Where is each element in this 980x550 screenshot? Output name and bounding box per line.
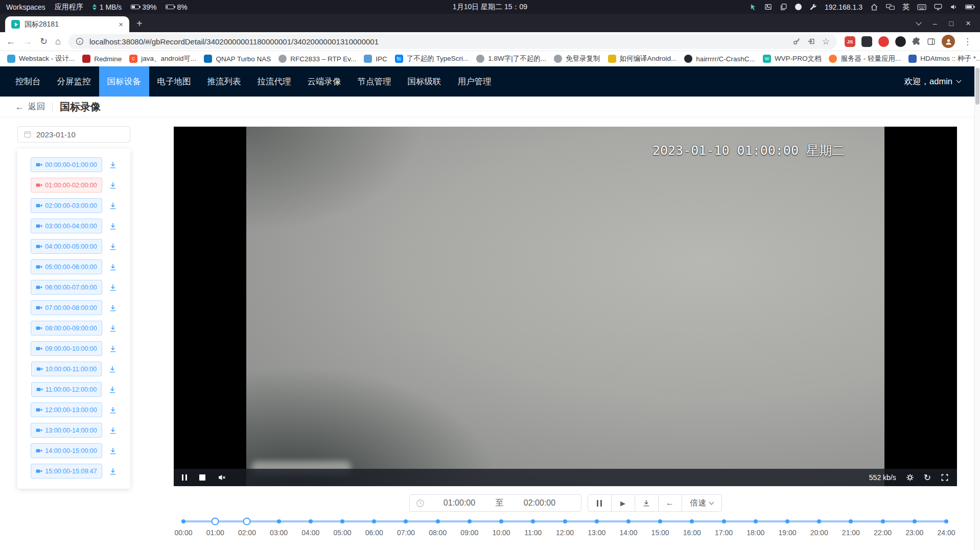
download-icon[interactable] (109, 181, 117, 189)
segment-button[interactable]: 03:00:00-04:00:00 (31, 219, 102, 233)
bookmark-item[interactable]: W WVP-PRO文档 (763, 54, 822, 63)
download-icon[interactable] (109, 161, 117, 169)
date-picker-input[interactable]: 2023-01-10 (17, 126, 130, 142)
bookmark-star-icon[interactable]: ☆ (822, 37, 830, 46)
user-menu[interactable]: 欢迎，admin (904, 76, 961, 87)
nav-menu-item[interactable]: 电子地图 (149, 66, 199, 97)
settings-gear-icon[interactable] (906, 473, 914, 482)
extension-js-icon[interactable]: JS (845, 36, 855, 47)
timeline-handle[interactable] (212, 518, 219, 525)
share-icon[interactable] (807, 37, 815, 45)
bookmark-item[interactable]: 知 了不起的 TypeScri... (395, 54, 469, 63)
timeline-handle[interactable] (243, 518, 251, 525)
applications-button[interactable]: 应用程序 (55, 3, 83, 12)
download-icon[interactable] (109, 406, 117, 414)
home-button[interactable]: ⌂ (55, 37, 61, 46)
download-icon[interactable] (108, 386, 116, 394)
browser-tab[interactable]: 国标28181 × (5, 16, 129, 32)
display-mirror-icon[interactable] (886, 4, 895, 10)
timeline-track[interactable] (183, 520, 946, 522)
bookmark-item[interactable]: 免登录复制 (554, 54, 600, 63)
key-icon[interactable] (792, 37, 801, 45)
keyboard-icon[interactable] (917, 4, 926, 10)
bookmark-item[interactable]: RFC2833 – RTP Ev... (278, 55, 356, 63)
play-button[interactable]: ▶ (611, 494, 635, 512)
time-range-picker[interactable]: 01:00:00 至 02:00:00 (409, 494, 581, 512)
tray-cursor-icon[interactable] (750, 4, 757, 11)
reload-button[interactable]: ↻ (40, 37, 48, 46)
nav-menu-item[interactable]: 国标设备 (99, 66, 149, 97)
nav-menu-item[interactable]: 用户管理 (450, 66, 500, 97)
bookmark-item[interactable]: C java、android可... (129, 54, 196, 63)
tray-wrench-icon[interactable] (809, 3, 817, 11)
extension-darkreader-icon[interactable] (895, 36, 906, 47)
bookmark-item[interactable]: HDAtmos :: 种子 *... (908, 54, 980, 63)
extension-tampermonkey-icon[interactable] (861, 36, 872, 47)
profile-avatar[interactable] (942, 35, 955, 48)
segment-button[interactable]: 10:00:00-11:00:00 (31, 362, 102, 376)
scrollbar-thumb[interactable] (975, 68, 979, 105)
tray-status-dot-icon[interactable] (795, 4, 802, 10)
download-icon[interactable] (109, 202, 117, 210)
range-end-input[interactable]: 02:00:00 (505, 498, 575, 508)
nav-menu-item[interactable]: 国标级联 (400, 66, 450, 97)
nav-menu-item[interactable]: 节点管理 (349, 66, 400, 97)
tray-clipboard-icon[interactable] (780, 3, 787, 11)
fullscreen-icon[interactable] (941, 473, 949, 482)
site-info-icon[interactable] (76, 37, 84, 45)
download-icon[interactable] (109, 222, 117, 230)
nav-menu-item[interactable]: 控制台 (7, 66, 49, 97)
volume-icon[interactable] (950, 3, 958, 11)
download-icon[interactable] (108, 365, 116, 373)
pause-button[interactable] (588, 494, 612, 512)
clock[interactable]: 1月10日 星期二 15：09 (453, 3, 527, 12)
download-button[interactable] (635, 494, 659, 512)
segment-button[interactable]: 07:00:00-08:00:00 (31, 300, 102, 315)
segment-button[interactable]: 13:00:00-14:00:00 (31, 423, 102, 438)
segment-button[interactable]: 11:00:00-12:00:00 (31, 382, 102, 397)
nav-menu-item[interactable]: 分屏监控 (49, 66, 99, 97)
speed-dropdown[interactable]: 倍速 (682, 494, 722, 512)
download-icon[interactable] (109, 345, 117, 353)
previous-button[interactable]: ← (658, 494, 682, 512)
tab-close-icon[interactable]: × (116, 20, 125, 29)
segment-button[interactable]: 14:00:00-15:00:00 (31, 443, 102, 458)
range-start-input[interactable]: 01:00:00 (425, 498, 495, 508)
bookmark-item[interactable]: 如何编译Android... (608, 54, 677, 63)
download-icon[interactable] (109, 304, 117, 312)
close-window-button[interactable]: × (966, 19, 971, 28)
bookmark-item[interactable]: Redmine (82, 55, 122, 63)
new-tab-button[interactable]: + (136, 18, 143, 29)
bookmark-item[interactable]: hairrrrr/C-CrashC... (684, 55, 755, 63)
forward-button[interactable]: → (23, 37, 32, 46)
page-scrollbar[interactable] (974, 66, 980, 550)
download-icon[interactable] (109, 283, 117, 292)
segment-button[interactable]: 12:00:00-13:00:00 (31, 402, 102, 417)
battery-icon[interactable] (965, 5, 974, 9)
back-link[interactable]: ← 返回 (15, 101, 45, 112)
download-icon[interactable] (109, 447, 117, 455)
tab-search-icon[interactable] (916, 19, 921, 25)
download-icon[interactable] (109, 467, 117, 475)
bookmark-item[interactable]: QNAP Turbo NAS (204, 55, 271, 63)
url-bar[interactable]: localhost:38080/#/gbRecordDetail/3402000… (68, 34, 837, 49)
download-icon[interactable] (109, 324, 117, 332)
input-language-indicator[interactable]: 英 (902, 3, 909, 12)
segment-button[interactable]: 02:00:00-03:00:00 (31, 198, 102, 213)
download-icon[interactable] (109, 243, 117, 251)
nav-menu-item[interactable]: 推流列表 (199, 66, 249, 97)
segment-button[interactable]: 09:00:00-10:00:00 (31, 341, 102, 356)
nav-menu-item[interactable]: 云端录像 (299, 66, 349, 97)
segment-button[interactable]: 06:00:00-07:00:00 (31, 280, 102, 295)
download-icon[interactable] (109, 263, 117, 271)
browser-menu-icon[interactable]: ⋮ (961, 36, 974, 47)
nav-menu-item[interactable]: 拉流代理 (249, 66, 299, 97)
refresh-icon[interactable]: ↻ (924, 473, 931, 482)
download-icon[interactable] (109, 426, 117, 435)
bookmark-item[interactable]: 1.8W字|了不起的... (476, 54, 546, 63)
segment-button[interactable]: 04:00:00-05:00:00 (31, 239, 102, 254)
workspaces-button[interactable]: Workspaces (6, 3, 45, 11)
tray-screenshot-icon[interactable] (764, 3, 772, 11)
bookmark-item[interactable]: Webstack - 设计... (7, 54, 75, 63)
volume-muted-icon[interactable] (218, 473, 226, 482)
